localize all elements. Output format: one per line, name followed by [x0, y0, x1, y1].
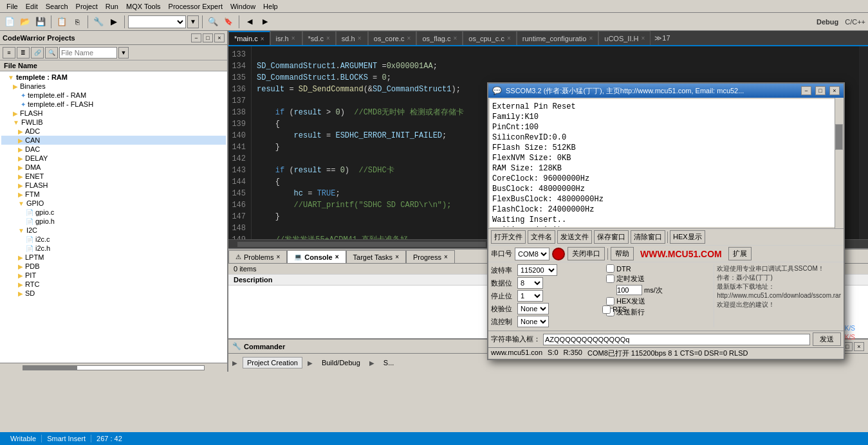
- tree-item-gpio-h[interactable]: 📄 gpio.h: [1, 217, 226, 226]
- sscom-close-btn[interactable]: ×: [829, 86, 840, 95]
- sscom-open-file-btn[interactable]: 打开文件: [491, 230, 526, 244]
- stop-select[interactable]: 1: [517, 290, 543, 302]
- tab-target-tasks[interactable]: Target Tasks ×: [346, 250, 406, 263]
- tab-sd-h[interactable]: sd.h ×: [336, 31, 368, 45]
- tab-runtime[interactable]: runtime_configuratio ×: [517, 31, 599, 45]
- sidebar-expand-all[interactable]: ≣: [17, 47, 30, 59]
- sidebar-maximize[interactable]: □: [203, 33, 213, 42]
- tab-s[interactable]: S...: [380, 358, 398, 368]
- flow-select[interactable]: None: [517, 316, 549, 327]
- config-btn[interactable]: ▼: [187, 15, 199, 28]
- paste-btn[interactable]: ⎘: [70, 15, 84, 29]
- sscom-port-select[interactable]: COM8: [515, 248, 549, 260]
- rts-checkbox[interactable]: [602, 305, 611, 314]
- sscom-title-bar[interactable]: 💬 SSCOM3.2 (作者:聂小猛(丁丁), 主页http://www.mcu…: [488, 84, 844, 98]
- tree-item-i2c-h[interactable]: 📄 i2c.h: [1, 244, 226, 253]
- sscom-help-btn[interactable]: 帮助: [611, 247, 634, 260]
- tree-item-flash[interactable]: ▶ FLASH: [1, 109, 226, 118]
- tree-item-lptm[interactable]: ▶ LPTM: [1, 253, 226, 262]
- tree-item-pit[interactable]: ▶ PIT: [1, 271, 226, 280]
- tab-main-c-close[interactable]: ×: [261, 35, 264, 42]
- sscom-send-btn[interactable]: 发送: [813, 332, 841, 346]
- commander-close[interactable]: ×: [854, 342, 864, 351]
- menu-processor[interactable]: Processor Expert: [165, 1, 226, 12]
- search-toolbar-btn[interactable]: 🔍: [206, 15, 220, 29]
- menu-help[interactable]: Help: [259, 1, 282, 12]
- tree-item-can[interactable]: ▶ CAN: [1, 136, 226, 145]
- sidebar-minimize[interactable]: −: [191, 33, 201, 42]
- tab-more[interactable]: ≫17: [651, 31, 674, 45]
- forward-btn[interactable]: ▶: [258, 15, 272, 29]
- sidebar-close[interactable]: ×: [214, 33, 225, 42]
- tree-item-pdb[interactable]: ▶ PDB: [1, 262, 226, 271]
- open-btn[interactable]: 📂: [18, 15, 32, 29]
- tree-item-sd[interactable]: ▶ SD: [1, 289, 226, 298]
- tab-os-flag[interactable]: os_flag.c ×: [416, 31, 463, 45]
- sscom-send-file-btn[interactable]: 发送文件: [557, 230, 592, 244]
- sscom-minimize-btn[interactable]: −: [801, 86, 811, 95]
- tree-item-rtc[interactable]: ▶ RTC: [1, 280, 226, 289]
- tab-project-creation[interactable]: Project Creation: [243, 357, 302, 368]
- tab-ucos[interactable]: uCOS_II.H ×: [598, 31, 651, 45]
- sscom-hex-display-btn[interactable]: HEX显示: [670, 230, 705, 244]
- tab-progress[interactable]: Progress ×: [406, 250, 455, 263]
- sscom-maximize-btn[interactable]: □: [815, 86, 826, 95]
- tab-problems[interactable]: ⚠ Problems ×: [228, 250, 287, 263]
- save-btn[interactable]: 💾: [33, 15, 48, 29]
- tree-item-elf-ram[interactable]: ✦ templete.elf - RAM: [1, 91, 226, 100]
- menu-mqx[interactable]: MQX Tools: [122, 1, 165, 12]
- sidebar-collapse-all[interactable]: ≡: [3, 47, 15, 59]
- tab-console[interactable]: 💻 Console ×: [287, 250, 346, 263]
- menu-search[interactable]: Search: [42, 1, 72, 12]
- menu-run[interactable]: Run: [102, 1, 122, 12]
- sscom-connect-icon[interactable]: [552, 248, 565, 260]
- build-btn[interactable]: 🔧: [91, 15, 106, 29]
- tab-sd-c[interactable]: *sd.c ×: [302, 31, 336, 45]
- menu-file[interactable]: File: [3, 1, 22, 12]
- check-select[interactable]: None: [517, 303, 549, 314]
- tab-build-debug[interactable]: Build/Debug: [318, 358, 364, 368]
- sidebar-link[interactable]: 🔗: [31, 47, 44, 59]
- tree-item-flash2[interactable]: ▶ FLASH: [1, 181, 226, 190]
- tree-item-gpio-c[interactable]: 📄 gpio.c: [1, 208, 226, 217]
- tree-item-gpio[interactable]: ▼ GPIO: [1, 199, 226, 208]
- sscom-close-port-btn[interactable]: 关闭串口: [568, 247, 605, 260]
- tab-os-core[interactable]: os_core.c ×: [368, 31, 417, 45]
- sidebar-filter[interactable]: ▼: [118, 47, 129, 59]
- tree-item-enet[interactable]: ▶ ENET: [1, 172, 226, 181]
- tree-item-elf-flash[interactable]: ✦ templete.elf - FLASH: [1, 100, 226, 109]
- tab-isr-h-close[interactable]: ×: [291, 35, 295, 42]
- tree-item-dac[interactable]: ▶ DAC: [1, 145, 226, 154]
- tab-main-c[interactable]: *main.c ×: [228, 31, 270, 45]
- baud-select[interactable]: 115200: [517, 264, 557, 276]
- run-btn[interactable]: ▶: [107, 15, 121, 29]
- sscom-clear-btn[interactable]: 清除窗口: [631, 230, 665, 244]
- back-btn[interactable]: ◀: [243, 15, 257, 29]
- copy-btn[interactable]: 📋: [55, 15, 69, 29]
- tab-os-cpu[interactable]: os_cpu_c.c ×: [463, 31, 517, 45]
- sscom-filename-btn[interactable]: 文件名: [528, 230, 555, 244]
- new-file-btn[interactable]: 📄: [3, 15, 17, 29]
- char-input[interactable]: [543, 334, 810, 345]
- timed-checkbox[interactable]: [606, 275, 614, 283]
- data-select[interactable]: 8: [517, 277, 543, 289]
- tree-item-i2c[interactable]: ▼ I2C: [1, 226, 226, 235]
- tree-item-delay[interactable]: ▶ DELAY: [1, 154, 226, 163]
- menu-window[interactable]: Window: [226, 1, 259, 12]
- tree-item-fwlib[interactable]: ▼ FWLIB: [1, 118, 226, 127]
- sidebar-search-input[interactable]: [59, 47, 117, 59]
- dtr-checkbox[interactable]: [606, 264, 614, 273]
- bookmark-btn[interactable]: 🔖: [221, 15, 235, 29]
- menu-project[interactable]: Project: [72, 1, 102, 12]
- tab-isr-h[interactable]: isr.h ×: [270, 31, 302, 45]
- config-select[interactable]: (Active): [128, 15, 186, 28]
- tree-item-binaries[interactable]: ▶ Binaries: [1, 82, 226, 91]
- tree-item-dma[interactable]: ▶ DMA: [1, 163, 226, 172]
- tree-item-ftm[interactable]: ▶ FTM: [1, 190, 226, 199]
- sscom-expand-btn[interactable]: 扩展: [728, 247, 752, 260]
- menu-edit[interactable]: Edit: [22, 1, 42, 12]
- sscom-save-window-btn[interactable]: 保存窗口: [594, 230, 629, 244]
- tree-item-templete[interactable]: ▼ templete : RAM: [1, 73, 226, 82]
- sidebar-search-btn[interactable]: 🔍: [45, 47, 58, 59]
- tree-item-i2c-c[interactable]: 📄 i2c.c: [1, 235, 226, 244]
